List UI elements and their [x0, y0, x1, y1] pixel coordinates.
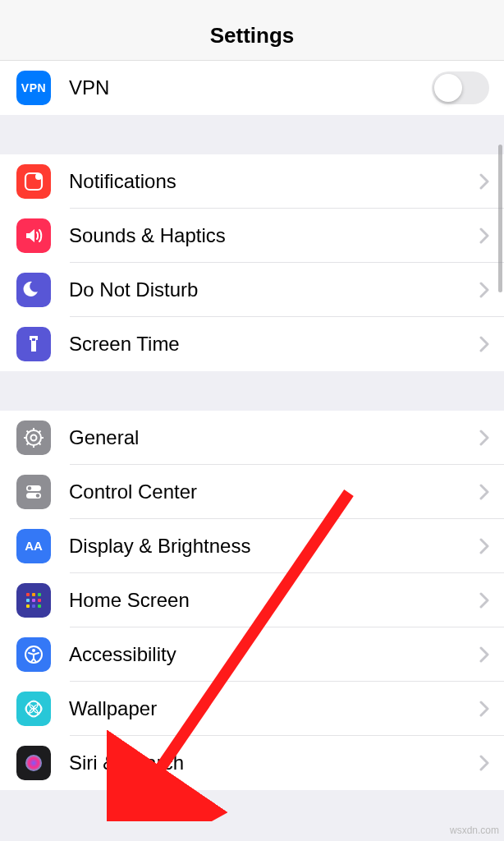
row-display-brightness[interactable]: AA Display & Brightness	[0, 519, 504, 573]
row-label: Sounds & Haptics	[69, 224, 479, 247]
chevron-right-icon	[479, 227, 489, 244]
chevron-right-icon	[479, 701, 489, 717]
siri-icon	[16, 746, 51, 780]
svg-point-1	[35, 173, 42, 180]
chevron-right-icon	[479, 592, 489, 609]
row-label: Home Screen	[69, 589, 479, 612]
notifications-icon	[16, 164, 51, 199]
svg-point-34	[25, 755, 42, 771]
svg-line-9	[27, 431, 30, 434]
row-wallpaper[interactable]: Wallpaper	[0, 682, 504, 736]
scrollbar[interactable]	[498, 145, 502, 292]
row-label: Display & Brightness	[69, 535, 479, 558]
chevron-right-icon	[479, 538, 489, 554]
row-dnd[interactable]: Do Not Disturb	[0, 263, 504, 317]
row-label: Do Not Disturb	[69, 278, 479, 301]
display-icon: AA	[16, 529, 51, 563]
row-label: Accessibility	[69, 643, 479, 666]
svg-text:AA: AA	[25, 539, 43, 553]
svg-rect-21	[26, 599, 30, 602]
vpn-toggle-knob	[434, 74, 462, 102]
svg-line-12	[39, 431, 41, 434]
row-label: Wallpaper	[69, 697, 479, 720]
chevron-right-icon	[479, 173, 489, 190]
wallpaper-icon	[16, 692, 51, 726]
home-screen-icon	[16, 583, 51, 618]
svg-rect-25	[32, 604, 35, 608]
settings-group-system: Notifications Sounds & Haptics Do Not Di…	[0, 154, 504, 371]
settings-group-vpn: VPN VPN	[0, 61, 504, 115]
general-icon	[16, 420, 51, 455]
svg-rect-22	[32, 599, 35, 602]
dnd-icon	[16, 273, 51, 307]
svg-line-11	[27, 443, 30, 445]
row-label: Screen Time	[69, 333, 479, 356]
row-home-screen[interactable]: Home Screen	[0, 573, 504, 627]
chevron-right-icon	[479, 755, 489, 771]
vpn-icon: VPN	[16, 71, 51, 105]
svg-rect-2	[32, 338, 35, 341]
row-label: VPN	[69, 76, 432, 99]
svg-rect-18	[26, 593, 30, 596]
svg-rect-20	[38, 593, 41, 596]
row-label: Notifications	[69, 170, 479, 193]
row-label: General	[69, 426, 479, 449]
chevron-right-icon	[479, 646, 489, 663]
row-accessibility[interactable]: Accessibility	[0, 627, 504, 682]
row-control-center[interactable]: Control Center	[0, 465, 504, 519]
row-vpn[interactable]: VPN VPN	[0, 61, 504, 115]
chevron-right-icon	[479, 430, 489, 446]
svg-point-14	[28, 486, 31, 489]
svg-rect-26	[38, 604, 41, 608]
chevron-right-icon	[479, 282, 489, 298]
watermark: wsxdn.com	[450, 825, 499, 836]
row-screen-time[interactable]: Screen Time	[0, 317, 504, 371]
settings-group-device: General Control Center AA Display & Brig…	[0, 411, 504, 790]
control-center-icon	[16, 475, 51, 509]
chevron-right-icon	[479, 336, 489, 352]
row-label: Control Center	[69, 480, 479, 503]
row-label: Siri & Search	[69, 751, 479, 774]
screen-time-icon	[16, 327, 51, 361]
row-sounds[interactable]: Sounds & Haptics	[0, 209, 504, 263]
row-siri-search[interactable]: Siri & Search	[0, 736, 504, 790]
row-notifications[interactable]: Notifications	[0, 154, 504, 209]
svg-rect-23	[38, 599, 41, 602]
row-general[interactable]: General	[0, 411, 504, 465]
svg-point-28	[32, 649, 35, 652]
page-title: Settings	[210, 23, 295, 48]
sounds-icon	[16, 218, 51, 253]
settings-header: Settings	[0, 0, 504, 61]
svg-point-16	[36, 494, 39, 497]
svg-rect-19	[32, 593, 35, 596]
svg-line-10	[39, 443, 41, 445]
chevron-right-icon	[479, 484, 489, 500]
vpn-toggle[interactable]	[432, 71, 489, 104]
svg-point-4	[31, 435, 37, 441]
accessibility-icon	[16, 637, 51, 672]
svg-rect-24	[26, 604, 30, 608]
